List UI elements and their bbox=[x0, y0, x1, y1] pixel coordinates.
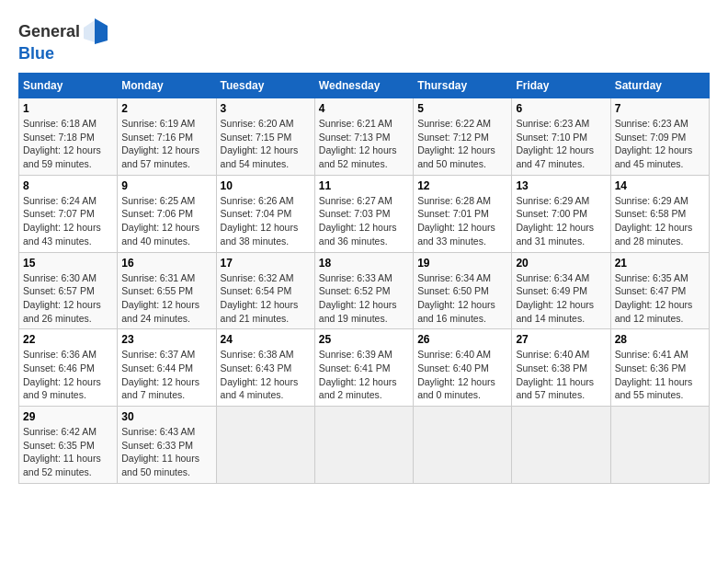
day-details: Sunrise: 6:37 AM Sunset: 6:44 PM Dayligh… bbox=[121, 348, 211, 402]
calendar-cell bbox=[610, 407, 709, 484]
col-header-wednesday: Wednesday bbox=[314, 74, 413, 98]
day-number: 2 bbox=[121, 102, 211, 115]
calendar-cell: 26Sunrise: 6:40 AM Sunset: 6:40 PM Dayli… bbox=[414, 329, 512, 407]
calendar-cell: 14Sunrise: 6:29 AM Sunset: 6:58 PM Dayli… bbox=[610, 175, 709, 252]
day-details: Sunrise: 6:32 AM Sunset: 6:54 PM Dayligh… bbox=[221, 271, 311, 326]
calendar-cell: 7Sunrise: 6:23 AM Sunset: 7:09 PM Daylig… bbox=[610, 98, 709, 176]
day-number: 29 bbox=[23, 410, 113, 423]
day-details: Sunrise: 6:27 AM Sunset: 7:03 PM Dayligh… bbox=[319, 194, 409, 248]
day-number: 16 bbox=[121, 257, 211, 270]
day-number: 5 bbox=[417, 102, 507, 115]
day-details: Sunrise: 6:39 AM Sunset: 6:41 PM Dayligh… bbox=[319, 348, 409, 402]
day-number: 15 bbox=[23, 257, 113, 270]
day-number: 25 bbox=[319, 333, 409, 346]
calendar-cell: 18Sunrise: 6:33 AM Sunset: 6:52 PM Dayli… bbox=[314, 252, 413, 329]
col-header-sunday: Sunday bbox=[19, 74, 118, 98]
logo-icon bbox=[82, 18, 108, 44]
day-number: 3 bbox=[221, 102, 311, 115]
calendar-cell: 27Sunrise: 6:40 AM Sunset: 6:38 PM Dayli… bbox=[512, 329, 610, 407]
calendar-cell: 13Sunrise: 6:29 AM Sunset: 7:00 PM Dayli… bbox=[512, 175, 610, 252]
calendar-cell bbox=[314, 407, 413, 484]
day-details: Sunrise: 6:33 AM Sunset: 6:52 PM Dayligh… bbox=[319, 271, 409, 326]
day-number: 23 bbox=[121, 333, 211, 346]
calendar-cell: 9Sunrise: 6:25 AM Sunset: 7:06 PM Daylig… bbox=[118, 175, 216, 252]
day-number: 12 bbox=[417, 179, 507, 192]
calendar-cell bbox=[216, 407, 314, 484]
calendar-header-row: SundayMondayTuesdayWednesdayThursdayFrid… bbox=[19, 74, 710, 98]
day-number: 18 bbox=[319, 257, 409, 270]
day-details: Sunrise: 6:23 AM Sunset: 7:09 PM Dayligh… bbox=[615, 117, 705, 171]
day-details: Sunrise: 6:40 AM Sunset: 6:40 PM Dayligh… bbox=[417, 348, 507, 402]
calendar-cell: 24Sunrise: 6:38 AM Sunset: 6:43 PM Dayli… bbox=[216, 329, 314, 407]
day-details: Sunrise: 6:25 AM Sunset: 7:06 PM Dayligh… bbox=[121, 194, 211, 248]
calendar-cell: 4Sunrise: 6:21 AM Sunset: 7:13 PM Daylig… bbox=[314, 98, 413, 176]
col-header-friday: Friday bbox=[512, 74, 610, 98]
day-number: 17 bbox=[221, 257, 311, 270]
calendar-week-3: 15Sunrise: 6:30 AM Sunset: 6:57 PM Dayli… bbox=[19, 252, 710, 329]
calendar-cell: 23Sunrise: 6:37 AM Sunset: 6:44 PM Dayli… bbox=[118, 329, 216, 407]
day-details: Sunrise: 6:34 AM Sunset: 6:50 PM Dayligh… bbox=[417, 271, 507, 326]
col-header-tuesday: Tuesday bbox=[216, 74, 314, 98]
calendar-table: SundayMondayTuesdayWednesdayThursdayFrid… bbox=[18, 73, 710, 484]
day-number: 13 bbox=[516, 179, 606, 192]
day-number: 20 bbox=[516, 257, 606, 270]
day-number: 7 bbox=[615, 102, 705, 115]
calendar-cell: 19Sunrise: 6:34 AM Sunset: 6:50 PM Dayli… bbox=[414, 252, 512, 329]
svg-marker-2 bbox=[95, 18, 108, 44]
day-number: 28 bbox=[615, 333, 705, 346]
calendar-week-1: 1Sunrise: 6:18 AM Sunset: 7:18 PM Daylig… bbox=[19, 98, 710, 176]
day-details: Sunrise: 6:38 AM Sunset: 6:43 PM Dayligh… bbox=[221, 348, 311, 402]
calendar-week-4: 22Sunrise: 6:36 AM Sunset: 6:46 PM Dayli… bbox=[19, 329, 710, 407]
day-details: Sunrise: 6:19 AM Sunset: 7:16 PM Dayligh… bbox=[121, 117, 211, 171]
calendar-cell: 28Sunrise: 6:41 AM Sunset: 6:36 PM Dayli… bbox=[610, 329, 709, 407]
day-details: Sunrise: 6:21 AM Sunset: 7:13 PM Dayligh… bbox=[319, 117, 409, 171]
day-details: Sunrise: 6:34 AM Sunset: 6:49 PM Dayligh… bbox=[516, 271, 606, 326]
calendar-cell: 8Sunrise: 6:24 AM Sunset: 7:07 PM Daylig… bbox=[19, 175, 118, 252]
calendar-cell: 15Sunrise: 6:30 AM Sunset: 6:57 PM Dayli… bbox=[19, 252, 118, 329]
logo-blue: Blue bbox=[18, 44, 108, 63]
calendar-cell: 17Sunrise: 6:32 AM Sunset: 6:54 PM Dayli… bbox=[216, 252, 314, 329]
calendar-cell: 6Sunrise: 6:23 AM Sunset: 7:10 PM Daylig… bbox=[512, 98, 610, 176]
col-header-monday: Monday bbox=[118, 74, 216, 98]
calendar-cell: 20Sunrise: 6:34 AM Sunset: 6:49 PM Dayli… bbox=[512, 252, 610, 329]
day-number: 11 bbox=[319, 179, 409, 192]
day-number: 14 bbox=[615, 179, 705, 192]
logo: General Blue bbox=[18, 18, 108, 63]
calendar-cell bbox=[512, 407, 610, 484]
day-number: 21 bbox=[615, 257, 705, 270]
day-number: 26 bbox=[417, 333, 507, 346]
day-number: 22 bbox=[23, 333, 113, 346]
calendar-week-5: 29Sunrise: 6:42 AM Sunset: 6:35 PM Dayli… bbox=[19, 407, 710, 484]
page-header: General Blue bbox=[18, 18, 710, 63]
day-details: Sunrise: 6:31 AM Sunset: 6:55 PM Dayligh… bbox=[121, 271, 211, 326]
day-details: Sunrise: 6:41 AM Sunset: 6:36 PM Dayligh… bbox=[615, 348, 705, 402]
day-details: Sunrise: 6:36 AM Sunset: 6:46 PM Dayligh… bbox=[23, 348, 113, 402]
calendar-cell: 22Sunrise: 6:36 AM Sunset: 6:46 PM Dayli… bbox=[19, 329, 118, 407]
day-number: 9 bbox=[121, 179, 211, 192]
calendar-cell: 29Sunrise: 6:42 AM Sunset: 6:35 PM Dayli… bbox=[19, 407, 118, 484]
col-header-saturday: Saturday bbox=[610, 74, 709, 98]
day-details: Sunrise: 6:35 AM Sunset: 6:47 PM Dayligh… bbox=[615, 271, 705, 326]
day-details: Sunrise: 6:29 AM Sunset: 6:58 PM Dayligh… bbox=[615, 194, 705, 248]
day-number: 6 bbox=[516, 102, 606, 115]
day-details: Sunrise: 6:42 AM Sunset: 6:35 PM Dayligh… bbox=[23, 425, 113, 479]
calendar-cell: 12Sunrise: 6:28 AM Sunset: 7:01 PM Dayli… bbox=[414, 175, 512, 252]
calendar-cell: 25Sunrise: 6:39 AM Sunset: 6:41 PM Dayli… bbox=[314, 329, 413, 407]
day-details: Sunrise: 6:40 AM Sunset: 6:38 PM Dayligh… bbox=[516, 348, 606, 402]
day-number: 27 bbox=[516, 333, 606, 346]
calendar-cell: 30Sunrise: 6:43 AM Sunset: 6:33 PM Dayli… bbox=[118, 407, 216, 484]
calendar-cell: 21Sunrise: 6:35 AM Sunset: 6:47 PM Dayli… bbox=[610, 252, 709, 329]
day-details: Sunrise: 6:43 AM Sunset: 6:33 PM Dayligh… bbox=[121, 425, 211, 479]
day-number: 30 bbox=[121, 410, 211, 423]
day-number: 4 bbox=[319, 102, 409, 115]
day-details: Sunrise: 6:18 AM Sunset: 7:18 PM Dayligh… bbox=[23, 117, 113, 171]
calendar-cell: 3Sunrise: 6:20 AM Sunset: 7:15 PM Daylig… bbox=[216, 98, 314, 176]
day-details: Sunrise: 6:26 AM Sunset: 7:04 PM Dayligh… bbox=[221, 194, 311, 248]
day-number: 10 bbox=[221, 179, 311, 192]
calendar-week-2: 8Sunrise: 6:24 AM Sunset: 7:07 PM Daylig… bbox=[19, 175, 710, 252]
logo-general: General bbox=[18, 22, 80, 41]
day-number: 19 bbox=[417, 257, 507, 270]
calendar-cell: 11Sunrise: 6:27 AM Sunset: 7:03 PM Dayli… bbox=[314, 175, 413, 252]
calendar-cell: 16Sunrise: 6:31 AM Sunset: 6:55 PM Dayli… bbox=[118, 252, 216, 329]
day-number: 8 bbox=[23, 179, 113, 192]
